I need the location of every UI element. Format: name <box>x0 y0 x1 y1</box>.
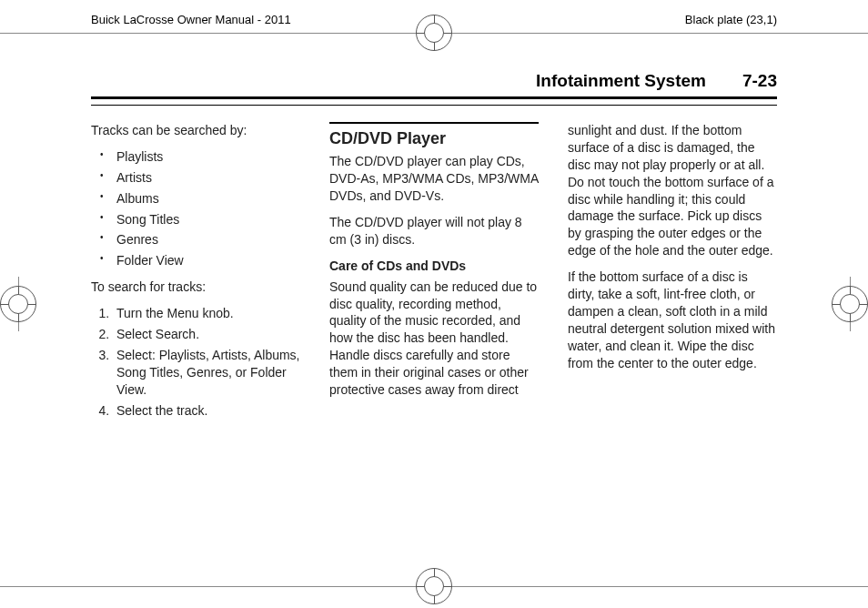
body-text: sunlight and dust. If the bottom surface… <box>568 122 777 259</box>
crop-mark-bottom <box>0 568 868 604</box>
plate-label: Black plate (23,1) <box>685 13 777 26</box>
body-text: The CD/DVD player can play CDs, DVD-As, … <box>329 153 539 205</box>
tracks-intro: Tracks can be searched by: <box>91 122 300 139</box>
list-item: Artists <box>91 169 300 187</box>
list-item: Turn the Menu knob. <box>113 305 300 322</box>
manual-title: Buick LaCrosse Owner Manual - 2011 <box>91 13 291 26</box>
list-item: Select Search. <box>113 326 300 343</box>
page-number: 7-23 <box>742 71 777 91</box>
registration-mark-icon <box>832 286 868 322</box>
search-criteria-list: Playlists Artists Albums Song Titles Gen… <box>91 148 300 269</box>
list-item: Select the track. <box>113 402 300 420</box>
body-columns: Tracks can be searched by: Playlists Art… <box>91 122 777 419</box>
body-text: If the bottom surface of a disc is dirty… <box>568 269 777 371</box>
list-item: Playlists <box>91 148 300 166</box>
body-text: Sound quality can be reduced due to disc… <box>329 279 539 399</box>
list-item: Albums <box>91 190 300 208</box>
list-item: Song Titles <box>91 211 300 228</box>
search-intro: To search for tracks: <box>91 279 300 296</box>
section-title: Infotainment System <box>536 71 706 91</box>
rule-thick <box>91 96 777 99</box>
care-heading: Care of CDs and DVDs <box>329 258 539 275</box>
search-steps: Turn the Menu knob. Select Search. Selec… <box>91 305 300 419</box>
list-item: Select: Playlists, Artists, Albums, Song… <box>113 347 300 399</box>
page-content: Infotainment System 7-23 Tracks can be s… <box>91 71 777 572</box>
crop-mark-left <box>0 277 36 331</box>
registration-mark-icon <box>416 568 452 604</box>
list-item: Folder View <box>91 252 300 269</box>
cd-dvd-heading: CD/DVD Player <box>329 122 539 149</box>
crop-mark-right <box>832 277 868 331</box>
body-text: The CD/DVD player will not play 8 cm (3 … <box>329 214 539 248</box>
rule-thin <box>91 105 777 106</box>
list-item: Genres <box>91 231 300 248</box>
registration-mark-icon <box>0 286 36 322</box>
